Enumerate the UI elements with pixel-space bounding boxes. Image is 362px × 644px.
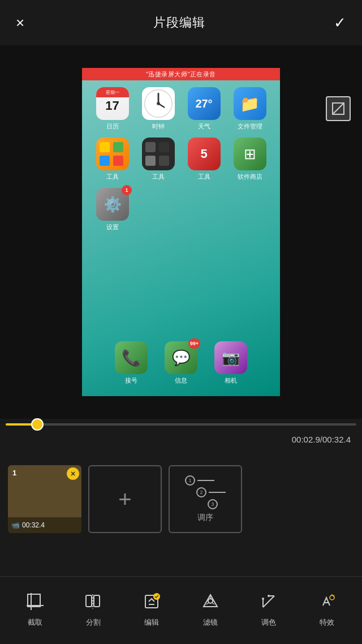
clip-duration: 00:32.4 — [22, 521, 45, 529]
app-tools-1[interactable]: 工具 — [93, 138, 131, 181]
app-label: 日历 — [106, 122, 119, 131]
total-time: 00:32.4 — [322, 435, 351, 444]
app-label: 设置 — [106, 223, 119, 231]
svg-line-17 — [206, 603, 209, 604]
effects-icon — [318, 593, 335, 614]
svg-point-22 — [262, 598, 264, 600]
svg-rect-10 — [94, 595, 100, 607]
clip-remove-button[interactable]: × — [67, 467, 79, 480]
app-store[interactable]: ⊞ 软件商店 — [231, 138, 269, 181]
current-time: 00:02.9 — [292, 435, 320, 444]
app-phone[interactable]: 📞 接号 — [112, 341, 150, 385]
sequence-label: 调序 — [197, 513, 213, 523]
svg-rect-9 — [86, 595, 92, 607]
app-label: 文件管理 — [238, 122, 262, 131]
split-label: 分割 — [86, 617, 101, 628]
svg-point-15 — [208, 599, 213, 603]
timeline-bar[interactable] — [0, 419, 362, 430]
filter-label: 滤镜 — [203, 617, 218, 628]
color-label: 调色 — [261, 617, 276, 628]
time-display: 00:02.9/00:32.4 — [292, 435, 351, 444]
add-clip-button[interactable]: + — [88, 465, 162, 533]
toolbar-item-crop[interactable]: 截取 — [21, 589, 49, 632]
timeline-thumb[interactable] — [31, 418, 44, 431]
app-label: 时钟 — [152, 122, 165, 131]
recording-bar: "迅捷录屏大师"正在录音 — [82, 68, 280, 80]
svg-rect-6 — [28, 594, 40, 607]
app-label: 工具 — [198, 173, 210, 181]
clip-item-1[interactable]: 1 × 📹 00:32.4 — [8, 465, 81, 533]
settings-badge: 1 — [122, 185, 132, 195]
app-label: 工具 — [106, 173, 119, 181]
sequence-button[interactable]: 1 2 3 调序 — [169, 465, 242, 533]
page-title: 片段编辑 — [153, 14, 205, 31]
crop-icon — [27, 593, 44, 614]
dock-label: 相机 — [225, 376, 237, 385]
effects-label: 特效 — [320, 617, 334, 628]
timeline-track[interactable] — [6, 423, 356, 426]
app-settings[interactable]: ⚙️ 1 设置 — [93, 188, 132, 231]
app-row-2: 工具 工具 5 工具 — [93, 138, 269, 181]
toolbar-item-filter[interactable]: 滤镜 — [196, 589, 225, 632]
app-files[interactable]: 📁 文件管理 — [231, 87, 269, 131]
app-tools-3[interactable]: 5 工具 — [185, 138, 223, 181]
dock-label: 接号 — [125, 376, 137, 385]
video-preview-area: "迅捷录屏大师"正在录音 星期一 17 日历 — [0, 45, 362, 419]
app-row-1: 星期一 17 日历 时钟 — [93, 87, 269, 131]
svg-point-3 — [157, 102, 160, 105]
clips-area: 1 × 📹 00:32.4 + 1 2 3 调序 — [0, 457, 362, 541]
toolbar-item-edit[interactable]: 编辑 — [137, 589, 166, 632]
dock: 📞 接号 💬 99+ 信息 📷 相机 — [82, 341, 280, 385]
split-icon — [85, 593, 102, 614]
filter-icon — [202, 593, 219, 614]
app-message[interactable]: 💬 99+ 信息 — [162, 341, 200, 385]
svg-line-19 — [263, 596, 274, 607]
message-badge: 99+ — [188, 338, 200, 349]
app-label: 软件商店 — [238, 173, 262, 181]
app-calendar[interactable]: 星期一 17 日历 — [93, 87, 131, 131]
color-icon — [260, 593, 277, 614]
svg-point-23 — [268, 595, 270, 597]
crop-label: 截取 — [28, 617, 42, 628]
app-label: 工具 — [152, 173, 165, 181]
app-tools-2[interactable]: 工具 — [139, 138, 177, 181]
recording-text: "迅捷录屏大师"正在录音 — [146, 70, 216, 79]
header: × 片段编辑 ✓ — [0, 0, 362, 45]
phone-screen: "迅捷录屏大师"正在录音 星期一 17 日历 — [82, 68, 280, 396]
toolbar-item-effects[interactable]: 特效 — [313, 589, 341, 632]
toolbar-item-color[interactable]: 调色 — [255, 589, 283, 632]
svg-line-18 — [212, 603, 214, 604]
close-button[interactable]: × — [16, 15, 24, 30]
svg-line-5 — [333, 103, 344, 114]
overlay-icon[interactable] — [326, 96, 351, 121]
app-label: 天气 — [198, 122, 210, 131]
app-camera[interactable]: 📷 相机 — [212, 341, 250, 385]
app-grid: 星期一 17 日历 时钟 — [82, 80, 280, 245]
edit-label: 编辑 — [144, 617, 159, 628]
app-weather[interactable]: 27° 天气 — [185, 87, 223, 131]
edit-icon — [143, 593, 160, 614]
confirm-button[interactable]: ✓ — [334, 15, 346, 30]
bottom-toolbar: 截取 分割 编辑 — [0, 576, 362, 644]
app-clock[interactable]: 时钟 — [139, 87, 177, 131]
clip-number: 1 — [12, 469, 16, 477]
dock-label: 信息 — [175, 376, 187, 385]
app-row-3: ⚙️ 1 设置 — [93, 188, 269, 231]
toolbar-item-split[interactable]: 分割 — [79, 589, 107, 632]
add-plus-icon: + — [118, 488, 131, 510]
